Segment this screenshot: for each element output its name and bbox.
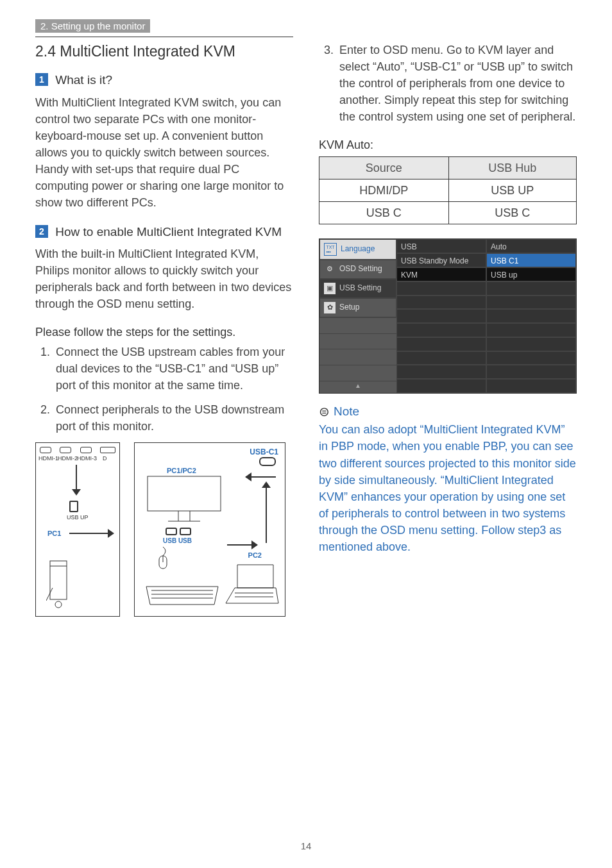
osd-col-settings: USB USB Standby Mode KVM [396, 239, 486, 393]
diagram-devices: USB-C1 PC1/PC2 [134, 442, 285, 617]
block1-heading: 1 What is it? [35, 71, 293, 89]
cell: USB UP [448, 179, 576, 201]
left-column: 2.4 MultiClient Integrated KVM 1 What is… [35, 35, 293, 617]
gear-outline-icon: ⚙ [324, 263, 336, 275]
osd-screenshot: TXT••• Language ⚙ OSD Setting ▣ USB Sett… [319, 238, 577, 394]
osd-tab-usbsetting: ▣ USB Setting [319, 279, 396, 298]
label-pc1: PC1 [47, 529, 61, 539]
osd-value-selected: USB C1 [486, 253, 576, 267]
language-icon: TXT••• [324, 243, 337, 256]
note-heading: ⊜ Note [319, 403, 577, 421]
osd-tab-label: USB Setting [339, 283, 381, 294]
badge-2: 2 [35, 225, 48, 238]
osd-tab-language: TXT••• Language [319, 239, 396, 260]
kvm-table-title: KVM Auto: [319, 137, 577, 153]
block1-title: What is it? [55, 73, 112, 87]
note-title: Note [334, 403, 359, 421]
chapter-tab: 2. Setting up the monitor [35, 19, 150, 33]
table-row: HDMI/DP USB UP [319, 179, 577, 201]
svg-line-3 [46, 588, 53, 601]
label-hdmi2: HDMI-2 [58, 455, 78, 463]
cell: USB C [319, 201, 449, 224]
diagram-row: HDMI-1 HDMI-2 HDMI-3 D USB UP PC1 [35, 442, 293, 617]
svg-rect-0 [50, 561, 67, 599]
step-1: Connect the USB upstream cables from you… [53, 344, 293, 394]
osd-tab-osdsetting: ⚙ OSD Setting [319, 260, 396, 279]
gear-icon: ✿ [324, 302, 336, 313]
block2-body: With the built-in MultiClient Integrated… [35, 246, 293, 312]
table-row: USB C USB C [319, 201, 577, 224]
label-usbup: USB UP [67, 513, 89, 522]
pc-tower-icon [46, 560, 72, 611]
page-number: 14 [0, 840, 612, 851]
osd-tab-label: OSD Setting [339, 263, 382, 274]
kvm-header-usbhub: USB Hub [448, 156, 576, 179]
osd-item-kvm: KVM [396, 267, 486, 281]
svg-point-2 [55, 601, 62, 608]
label-hdmi3: HDMI-3 [77, 455, 97, 463]
section-title: 2.4 MultiClient Integrated KVM [35, 41, 293, 62]
usb-settings-icon: ▣ [324, 283, 336, 294]
label-pc2: PC2 [248, 551, 262, 561]
block2-title: How to enable MultiClient Integrated KVM [55, 225, 282, 238]
mouse-icon [154, 546, 172, 571]
osd-tab-column: TXT••• Language ⚙ OSD Setting ▣ USB Sett… [319, 239, 396, 393]
step-2: Connect peripherals to the USB downstrea… [53, 401, 293, 435]
kvm-header-source: Source [319, 156, 449, 179]
osd-col-values: Auto USB C1 USB up [486, 239, 576, 393]
label-hdmi1: HDMI-1 [38, 455, 58, 463]
block2-heading: 2 How to enable MultiClient Integrated K… [35, 223, 293, 241]
osd-value: USB up [486, 267, 576, 281]
label-dp: D [103, 455, 107, 463]
block1-body: With MultiClient Integrated KVM switch, … [35, 94, 293, 212]
steps-list: Connect the USB upstream cables from you… [35, 344, 293, 435]
right-column: Enter to OSD menu. Go to KVM layer and s… [319, 35, 577, 617]
svg-rect-4 [148, 476, 221, 511]
diagram-ports: HDMI-1 HDMI-2 HDMI-3 D USB UP PC1 [35, 442, 120, 617]
steps-list-cont: Enter to OSD menu. Go to KVM layer and s… [319, 42, 577, 125]
osd-value: Auto [486, 239, 576, 253]
laptop-icon [222, 562, 280, 608]
usbup-port-icon [69, 501, 78, 512]
osd-tab-setup: ✿ Setup [319, 298, 396, 317]
osd-tab-label: Language [341, 244, 375, 255]
osd-tab-label: Setup [339, 302, 359, 313]
kvm-auto-table: Source USB Hub HDMI/DP USB UP USB C USB … [319, 156, 577, 224]
osd-item: USB Standby Mode [396, 253, 486, 267]
label-usbusb: USB USB [163, 537, 192, 546]
badge-1: 1 [35, 73, 48, 86]
cell: HDMI/DP [319, 179, 449, 201]
cell: USB C [448, 201, 576, 224]
note-icon: ⊜ [319, 405, 330, 418]
keyboard-icon [144, 583, 221, 608]
osd-nav-arrow: ▲ [319, 381, 396, 393]
osd-item: USB [396, 239, 486, 253]
label-usbc1: USB-C1 [250, 447, 278, 458]
note-body: You can also adopt “MultiClient Integrat… [319, 421, 577, 555]
monitor-icon [146, 475, 223, 526]
step-3: Enter to OSD menu. Go to KVM layer and s… [337, 42, 577, 125]
steps-intro: Please follow the steps for the settings… [35, 324, 293, 340]
